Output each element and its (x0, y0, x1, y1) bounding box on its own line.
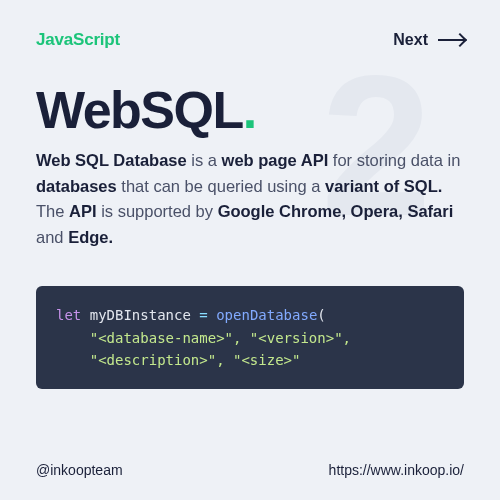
desc-text: is supported by (97, 202, 218, 220)
code-line-3: "<description>", "<size>" (56, 352, 300, 368)
website-url[interactable]: https://www.inkoop.io/ (329, 462, 464, 478)
page-title: WebSQL. (36, 80, 464, 140)
code-line-2: "<database-name>", "<version>", (56, 330, 351, 346)
desc-bold: Google Chrome, Opera, Safari (218, 202, 454, 220)
desc-text: for storing data in (328, 151, 460, 169)
code-fn: openDatabase (216, 307, 317, 323)
code-block: let myDBInstance = openDatabase( "<datab… (36, 286, 464, 389)
desc-bold: variant of SQL. (325, 177, 442, 195)
title-text: WebSQL (36, 81, 243, 139)
desc-bold: web page API (222, 151, 329, 169)
hero: 2 WebSQL. Web SQL Database is a web page… (36, 80, 464, 389)
footer: @inkoopteam https://www.inkoop.io/ (36, 444, 464, 478)
code-op: = (199, 307, 216, 323)
social-handle[interactable]: @inkoopteam (36, 462, 123, 478)
code-paren: ( (317, 307, 325, 323)
arrow-right-icon (438, 39, 464, 41)
code-var: myDBInstance (81, 307, 199, 323)
desc-bold: API (69, 202, 97, 220)
description: Web SQL Database is a web page API for s… (36, 148, 464, 250)
desc-text: The (36, 202, 69, 220)
code-keyword: let (56, 307, 81, 323)
brand-label: JavaScript (36, 30, 120, 50)
desc-bold: databases (36, 177, 117, 195)
desc-text: is a (187, 151, 222, 169)
title-dot: . (243, 81, 256, 139)
desc-text: that can be queried using a (117, 177, 325, 195)
desc-text: and (36, 228, 68, 246)
desc-bold: Web SQL Database (36, 151, 187, 169)
desc-bold: Edge. (68, 228, 113, 246)
